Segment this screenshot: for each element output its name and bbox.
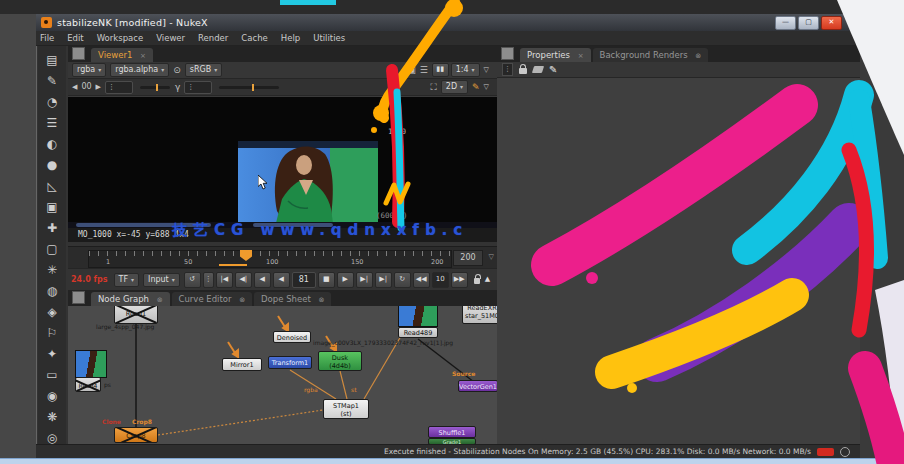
clear-panels-icon[interactable] — [532, 66, 544, 73]
playhead[interactable] — [240, 250, 252, 261]
menu-cache[interactable]: Cache — [241, 33, 267, 43]
node-graph-canvas[interactable]: Read1 large_4spp_047.jpg Read4 ps Mirror… — [68, 306, 497, 444]
tab-properties[interactable]: Properties × — [520, 48, 591, 62]
tab-dope-sheet[interactable]: Dope Sheet ⊗ — [254, 292, 331, 306]
tab-close-icon[interactable]: ⊗ — [318, 296, 324, 304]
gain-input[interactable]: ⋮ — [105, 81, 133, 94]
panel-count-spinner[interactable]: ⋮ — [502, 63, 513, 76]
titlebar[interactable]: stabilizeNK [modified] - NukeX — [36, 14, 860, 31]
node-mirror[interactable]: Mirror1 — [222, 358, 262, 371]
tab-node-graph[interactable]: Node Graph ⊗ — [91, 292, 170, 306]
prev-keyframe-button[interactable]: ◀| — [235, 272, 252, 288]
tab-close-icon[interactable]: × — [140, 52, 146, 60]
roi-caret-icon[interactable]: ▽ — [484, 64, 489, 76]
channel-icon[interactable]: ☰ — [42, 113, 62, 133]
monitor-out-icon[interactable]: ▣ — [407, 64, 416, 76]
node-transform[interactable]: Transform1 — [268, 356, 312, 369]
close-button[interactable]: ✕ — [821, 16, 842, 30]
gamma-slider[interactable] — [219, 86, 279, 89]
color-icon[interactable]: ◐ — [42, 134, 62, 154]
node-vector[interactable]: VectorGen1 — [458, 380, 497, 392]
gamma-input[interactable]: ⋮ — [184, 81, 212, 94]
time-icon[interactable]: ◔ — [42, 92, 62, 112]
filter-icon[interactable]: ● — [42, 155, 62, 175]
annotate-pencil-icon[interactable]: ✎ — [472, 81, 480, 93]
tab-close-icon[interactable]: × — [578, 52, 584, 60]
node-read3[interactable]: ReadEXR star_51M0 — [462, 306, 497, 324]
prev-frame-button[interactable]: ◀ — [254, 272, 271, 288]
up-caret-icon[interactable]: ▲ — [480, 273, 495, 287]
play-button[interactable]: ▶ — [337, 272, 354, 288]
menu-workspace[interactable]: Workspace — [97, 33, 143, 43]
range-mode-dropdown[interactable]: TF — [114, 273, 140, 287]
transform-icon[interactable]: ✚ — [42, 218, 62, 238]
viewer-lut-dropdown[interactable]: sRGB — [185, 63, 222, 77]
other-icon[interactable]: ▭ — [42, 365, 62, 385]
deep-icon[interactable]: ◍ — [42, 281, 62, 301]
node-read4-thumbnail[interactable] — [75, 350, 107, 378]
tab-close-icon[interactable]: ⊗ — [695, 52, 701, 60]
frame-fit-icon[interactable]: ⛶ — [430, 81, 436, 93]
tab-background-renders[interactable]: Background Renders ⊗ — [593, 48, 709, 62]
frame-fwd-icon[interactable]: ▶ — [96, 81, 101, 93]
toolsets-icon[interactable]: ✦ — [42, 344, 62, 364]
pane-menu-button[interactable] — [72, 291, 85, 304]
draw-icon[interactable]: ✎ — [42, 71, 62, 91]
particles-icon[interactable]: ✳ — [42, 260, 62, 280]
lock-range-icon[interactable] — [474, 278, 480, 284]
wipe-icon[interactable]: ☰ — [420, 64, 428, 76]
next-keyframe-button[interactable]: ▶| — [356, 272, 373, 288]
menu-edit[interactable]: Edit — [67, 33, 83, 43]
timeline-ruler[interactable]: 1 50 100 150 200 — [88, 250, 452, 268]
jog-forward-button[interactable]: ▶▶ — [451, 272, 468, 288]
playback-input-dropdown[interactable]: Input — [143, 273, 180, 287]
current-frame-field[interactable]: 81 — [292, 272, 316, 288]
minimize-button[interactable]: — — [775, 16, 796, 30]
range-end-box[interactable]: 200 — [453, 250, 483, 266]
goto-end-button[interactable]: ▶| — [375, 272, 392, 288]
proxy-ratio-dropdown[interactable]: 1:4 — [451, 63, 480, 77]
pane-menu-button[interactable] — [72, 47, 85, 60]
loop-button[interactable]: ↺ — [184, 272, 201, 288]
lock-panels-icon[interactable] — [519, 68, 527, 74]
frame-increment-field[interactable]: 10 — [432, 272, 449, 288]
replay-button[interactable]: ↻ — [394, 272, 411, 288]
frame-back-icon[interactable]: ◀ — [72, 81, 77, 93]
menu-file[interactable]: File — [40, 33, 54, 43]
3d-icon[interactable]: ▢ — [42, 239, 62, 259]
pause-button[interactable]: ▮▮ — [432, 63, 449, 77]
gain-toggle-icon[interactable]: ⊙ — [173, 64, 181, 76]
views-icon[interactable]: ◈ — [42, 302, 62, 322]
dots-button[interactable]: ⋮ — [203, 272, 214, 288]
gain-slider[interactable] — [140, 86, 170, 89]
node-stmap[interactable]: STMap1 (st) — [323, 399, 369, 419]
tab-viewer1[interactable]: Viewer1 × — [91, 48, 153, 62]
view-mode-dropdown[interactable]: 2D — [441, 80, 468, 94]
goto-start-button[interactable]: |◀ — [216, 272, 233, 288]
furnace-icon[interactable]: ❋ — [42, 407, 62, 427]
overlay-caret-icon[interactable]: ▽ — [484, 81, 489, 93]
node-denoise[interactable]: Denoised — [273, 331, 311, 343]
timeline[interactable]: 1 50 100 150 200 200 ▽ — [68, 246, 497, 269]
stop-button[interactable]: ■ — [318, 272, 335, 288]
tab-close-icon[interactable]: ⊗ — [239, 296, 245, 304]
keyer-icon[interactable]: ◺ — [42, 176, 62, 196]
node-shuffle[interactable]: Shuffle1 — [428, 426, 476, 438]
tab-curve-editor[interactable]: Curve Editor ⊗ — [172, 292, 253, 306]
assist-icon[interactable]: ◉ — [42, 386, 62, 406]
node-read1[interactable]: Read1 — [114, 306, 158, 324]
merge-icon[interactable]: ▣ — [42, 197, 62, 217]
metadata-icon[interactable]: ⚐ — [42, 323, 62, 343]
jog-back-button[interactable]: ◀◀ — [413, 272, 430, 288]
layer-dropdown[interactable]: rgba — [72, 63, 106, 77]
menu-viewer[interactable]: Viewer — [156, 33, 185, 43]
edit-pencil-icon[interactable]: ✎ — [549, 64, 557, 76]
menu-help[interactable]: Help — [281, 33, 300, 43]
node-read4[interactable]: Read4 — [75, 377, 101, 392]
play-backward-button[interactable]: ◀ — [273, 272, 290, 288]
menu-render[interactable]: Render — [198, 33, 228, 43]
image-icon[interactable]: ▤ — [42, 50, 62, 70]
tab-close-icon[interactable]: ⊗ — [157, 296, 163, 304]
channels-dropdown[interactable]: rgba.alpha — [110, 63, 169, 77]
pane-menu-button[interactable] — [501, 47, 514, 60]
